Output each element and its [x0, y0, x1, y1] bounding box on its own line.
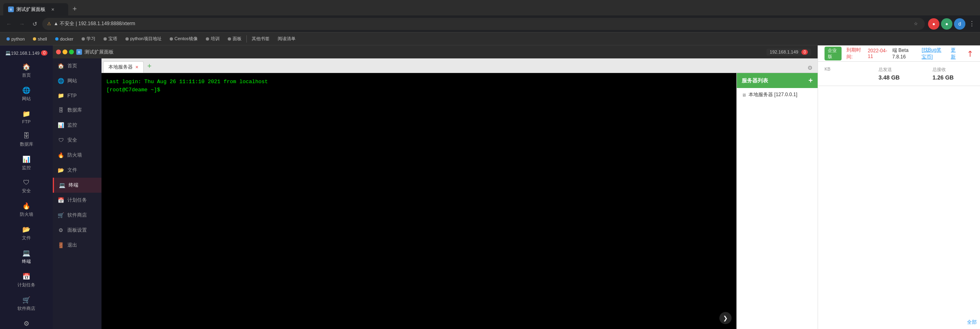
new-tab-button[interactable]: +	[69, 3, 80, 15]
bookmark-shell[interactable]: shell	[30, 36, 50, 42]
terminal-icon: 💻	[22, 249, 30, 257]
browser-window: B 测试扩展面板 ✕ + ← → ↺ ⚠ ▲ 不安全 | 192.168.1.1…	[0, 0, 980, 329]
top-status-bar: 企业版 到期时间: 2022-04-11 端 Beta 7.8.16 [找Bug…	[818, 45, 980, 62]
outer-sidebar-store[interactable]: 🛒 软件商店	[0, 292, 53, 316]
bookmark-label: 培训	[211, 36, 220, 42]
stats-row: KB 总发送 3.48 GB 总接收 1.26 GB	[818, 62, 980, 86]
xterm-add-tab-button[interactable]: +	[145, 61, 154, 71]
inner-sidebar-ftp[interactable]: 📁 FTP	[53, 88, 101, 103]
server-list-icon: 🖥	[742, 92, 746, 97]
stat-kb: KB	[818, 62, 872, 86]
inner-server-ip: 192.168.1.149	[770, 49, 798, 54]
outer-sidebar-database[interactable]: 🗄 数据库	[0, 128, 53, 151]
outer-sidebar-home[interactable]: 🏠 首页	[0, 59, 53, 82]
inner-website-label: 网站	[67, 77, 77, 84]
inner-sidebar-logout[interactable]: 🚪 退出	[53, 238, 101, 253]
database-icon: 🗄	[23, 132, 30, 140]
tab-close-button[interactable]: ✕	[50, 6, 56, 13]
close-button[interactable]	[56, 49, 61, 54]
stat-recv-label: 总接收	[933, 67, 974, 73]
inner-sidebar-database[interactable]: 🗄 数据库	[53, 103, 101, 118]
bookmark-pyproject[interactable]: python项目地址	[122, 35, 165, 43]
reading-list[interactable]: 阅读清单	[274, 35, 299, 43]
bookmark-dot	[228, 37, 231, 41]
bookmark-centos[interactable]: Centos镜像	[166, 35, 201, 43]
inner-security-label: 安全	[67, 137, 77, 144]
navigation-bar: ← → ↺ ⚠ ▲ 不安全 | 192.168.1.149:8888/xterm…	[0, 15, 980, 32]
outer-sidebar-terminal[interactable]: 💻 终端	[0, 245, 53, 269]
inner-security-icon: 🛡	[58, 137, 64, 143]
forward-button[interactable]: →	[16, 18, 28, 30]
bookmark-label: shell	[38, 37, 47, 41]
inner-sidebar-security[interactable]: 🛡 安全	[53, 133, 101, 148]
website-icon: 🌐	[22, 86, 30, 94]
terminal-line-2: [root@C7deame ~]$	[106, 86, 732, 94]
inner-sidebar-terminal[interactable]: 💻 终端	[53, 178, 101, 193]
services-panel-add-button[interactable]: +	[808, 76, 813, 85]
services-panel: 服务器列表 + 🖥 本地服务器 [127.0.0.1]	[736, 73, 818, 329]
inner-sidebar-home[interactable]: 🏠 首页	[53, 58, 101, 73]
ext-green-button[interactable]: ●	[941, 18, 952, 30]
enterprise-badge: 企业版	[825, 47, 842, 60]
inner-sidebar-files[interactable]: 📂 文件	[53, 163, 101, 178]
inner-sidebar-store[interactable]: 🛒 软件商店	[53, 208, 101, 223]
outer-sidebar-monitor-label: 监控	[22, 165, 31, 171]
xterm-tab-local[interactable]: 本地服务器 ✕	[103, 61, 144, 73]
bookmark-learn[interactable]: 学习	[78, 35, 99, 43]
bookmark-panel[interactable]: 面板	[224, 35, 245, 43]
outer-sidebar-monitor[interactable]: 📊 监控	[0, 151, 53, 175]
inner-cron-label: 计划任务	[67, 197, 87, 204]
tab-bar: B 测试扩展面板 ✕ +	[0, 0, 980, 15]
stat-recv: 总接收 1.26 GB	[926, 62, 980, 86]
bug-report-link[interactable]: [找Bug奖宝币]	[922, 47, 946, 60]
outer-sidebar-cron[interactable]: 📅 计划任务	[0, 269, 53, 292]
inner-titlebar-icon: B	[76, 49, 82, 55]
xterm-tab-bar: 本地服务器 ✕ + ⚙	[101, 58, 818, 73]
outer-sidebar-firewall[interactable]: 🔥 防火墙	[0, 198, 53, 221]
menu-button[interactable]: ⋮	[967, 18, 977, 29]
active-tab[interactable]: B 测试扩展面板 ✕	[3, 3, 68, 15]
server-list-item[interactable]: 🖥 本地服务器 [127.0.0.1]	[737, 88, 818, 101]
inner-sidebar: 🏠 首页 🌐 网站 📁 FTP 🗄 数据库	[53, 58, 101, 329]
inner-sidebar-settings[interactable]: ⚙ 面板设置	[53, 223, 101, 238]
inner-sidebar-firewall[interactable]: 🔥 防火墙	[53, 148, 101, 163]
outer-sidebar-files[interactable]: 📂 文件	[0, 221, 53, 245]
maximize-button[interactable]	[69, 49, 74, 54]
all-link[interactable]: 全部	[967, 319, 977, 326]
terminal-container[interactable]: Last login: Thu Aug 26 11:11:10 2021 fro…	[101, 73, 736, 329]
bookmark-dot	[33, 37, 36, 41]
bookmark-train[interactable]: 培训	[203, 35, 223, 43]
server-list-label: 本地服务器 [127.0.0.1]	[749, 91, 797, 98]
inner-terminal-label: 终端	[69, 182, 78, 189]
outer-sidebar-website[interactable]: 🌐 网站	[0, 82, 53, 106]
outer-sidebar-home-label: 首页	[22, 72, 31, 78]
bookmark-label: 宝塔	[108, 36, 117, 42]
inner-sidebar-monitor[interactable]: 📊 监控	[53, 118, 101, 133]
bookmark-dot	[170, 37, 173, 41]
inner-sidebar-website[interactable]: 🌐 网站	[53, 73, 101, 88]
inner-files-icon: 📂	[58, 167, 64, 173]
refresh-button[interactable]: ↺	[29, 18, 41, 30]
update-link[interactable]: 更新	[951, 47, 958, 60]
bookmark-label: python项目地址	[130, 36, 162, 42]
outer-sidebar-ftp[interactable]: 📁 FTP	[0, 106, 53, 128]
outer-sidebar-ftp-label: FTP	[22, 119, 31, 124]
inner-sidebar-cron[interactable]: 📅 计划任务	[53, 193, 101, 208]
address-bar[interactable]: ⚠ ▲ 不安全 | 192.168.1.149:8888/xterm ☆	[42, 18, 925, 30]
other-bookmarks[interactable]: 其他书签	[248, 35, 273, 43]
outer-sidebar-security[interactable]: 🛡 安全	[0, 175, 53, 198]
xterm-tab-close[interactable]: ✕	[135, 65, 138, 69]
minimize-button[interactable]	[63, 49, 67, 54]
outer-sidebar-settings[interactable]: ⚙ 面板设置	[0, 316, 53, 329]
bookmark-icon[interactable]: ☆	[912, 20, 920, 28]
xterm-settings-button[interactable]: ⚙	[804, 63, 816, 73]
ext-blue-button[interactable]: d	[954, 18, 965, 30]
bookmark-docker[interactable]: docker	[52, 36, 77, 42]
ext-red-button[interactable]: ●	[928, 18, 939, 30]
outer-sidebar-cron-label: 计划任务	[17, 282, 35, 288]
bookmark-python[interactable]: python	[3, 36, 28, 42]
inner-server-info: 192.168.1.149 0	[766, 49, 811, 56]
terminal-chevron-button[interactable]: ❯	[719, 312, 732, 324]
back-button[interactable]: ←	[3, 18, 15, 30]
bookmark-treasure[interactable]: 宝塔	[100, 35, 121, 43]
